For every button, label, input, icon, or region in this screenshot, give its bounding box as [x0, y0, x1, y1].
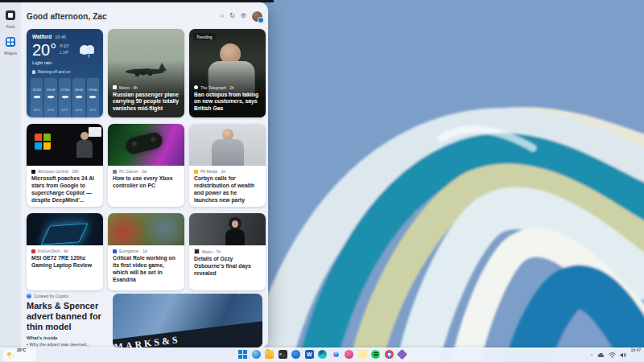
article-text: Eurogamer · 1d Critical Role working on … — [108, 245, 184, 288]
metro-logo-icon — [194, 249, 200, 254]
weather-high-low: H 21° L 14° — [60, 43, 69, 56]
taskbar-app-icons — [238, 350, 407, 359]
article-photo — [27, 124, 103, 166]
file-explorer-icon[interactable] — [265, 350, 274, 359]
onedrive-cloud-icon[interactable] — [597, 353, 605, 358]
widgets-board: Good afternoon, Zac ○ ↻ ⚙ Watford 16:45 … — [21, 2, 268, 348]
system-tray: ⌃ 16:47 24/07 — [589, 349, 641, 361]
news-card-plane[interactable]: Metro · 4h Russian passenger plane carry… — [108, 29, 184, 117]
nav-item-widgets[interactable]: Widgets — [0, 35, 21, 56]
curated-headline[interactable]: Marks & Spencer advert banned for thin m… — [27, 301, 110, 332]
article-source: Metro · 7h — [202, 249, 221, 254]
rain-icon — [89, 95, 96, 99]
article-text: Metro · 7h Details of Ozzy Osbourne's fi… — [189, 245, 266, 282]
article-text: The Telegraph · 2h Ban octopus from taki… — [189, 82, 266, 117]
nav-item-feed[interactable]: Feed — [0, 9, 21, 29]
visual-studio-icon[interactable] — [397, 349, 407, 360]
pa-media-logo-icon — [194, 170, 198, 174]
wifi-icon[interactable] — [609, 352, 616, 358]
article-source: PA Media · 1h — [200, 169, 225, 174]
taskbar-clock[interactable]: 16:47 24/07 — [630, 339, 641, 362]
sticky-notes-icon[interactable] — [358, 350, 367, 359]
clock-time: 16:47 — [630, 348, 641, 352]
search-icon[interactable] — [252, 350, 261, 359]
article-source: Metro · 4h — [119, 85, 138, 90]
volume-icon[interactable] — [620, 352, 626, 358]
outlook-icon[interactable] — [291, 350, 300, 359]
news-card-corbyn[interactable]: PA Media · 1h Corbyn calls for redistrib… — [189, 124, 266, 207]
weather-time: 16:45 — [55, 35, 66, 39]
news-card-xbox[interactable]: PC Gamer · 2w How to use every Xbox cont… — [108, 124, 184, 207]
curated-story-image[interactable]: MARKS&S — [113, 294, 262, 348]
weather-header: Watford 16:45 — [27, 29, 103, 39]
article-text: PC Gamer · 2w How to use every Xbox cont… — [108, 166, 184, 194]
article-text: Windows Central · 18h Microsoft poaches … — [27, 166, 103, 207]
hour-precip: 44% — [34, 108, 40, 112]
hour-chip: 15:00 44% 20° — [31, 78, 43, 117]
article-source: PC Gamer · 2w — [119, 169, 147, 174]
terminal-icon[interactable] — [279, 350, 287, 359]
tray-chevron-icon[interactable]: ⌃ — [589, 353, 593, 359]
settings-icon[interactable]: ⚙ — [241, 13, 246, 19]
photo-detail — [89, 127, 101, 137]
desktop: Feed Widgets Good afternoon, Zac ○ ↻ ⚙ — [0, 0, 644, 362]
word-icon[interactable] — [305, 350, 314, 359]
article-headline: How to use every Xbox controller on PC — [113, 175, 180, 190]
microsoft-logo-icon — [35, 134, 51, 150]
start-button-icon[interactable] — [238, 350, 247, 359]
widgets-nav-rail: Feed Widgets — [0, 2, 21, 348]
profile-avatar[interactable] — [252, 11, 262, 22]
news-card-ozzy[interactable]: Metro · 7h Details of Ozzy Osbourne's fi… — [189, 213, 266, 290]
weather-low: L 14° — [60, 51, 68, 55]
news-card-critical-role[interactable]: Eurogamer · 1d Critical Role working on … — [108, 213, 184, 290]
refresh-icon[interactable]: ↻ — [229, 13, 235, 19]
rain-icon — [62, 95, 68, 99]
hour-precip: 41% — [89, 108, 96, 112]
storefront-sign: MARKS&S — [113, 318, 262, 348]
article-photo — [189, 124, 266, 166]
taskbar-widgets-button[interactable]: 20°C Light rain — [3, 349, 36, 361]
weather-main: 20° H 21° L 14° — [27, 39, 103, 59]
article-meta: Metro · 7h — [194, 249, 261, 254]
taskbar-weather-temp: 20°C — [17, 348, 26, 352]
weather-temp: 20° — [32, 42, 56, 58]
article-headline: Details of Ozzy Osbourne's final days re… — [194, 256, 261, 278]
curated-bullet[interactable]: • Why the advert was deemed... — [27, 342, 110, 347]
article-text: Metro · 4h Russian passenger plane carry… — [108, 82, 184, 117]
weather-widget[interactable]: Watford 16:45 20° H 21° L 14° Light ra — [27, 29, 103, 117]
windows-central-logo-icon — [31, 170, 35, 174]
article-photo — [108, 124, 184, 166]
weather-alert-text: Raining off and on — [38, 69, 71, 74]
copilot-icon — [27, 294, 31, 298]
edge-icon[interactable] — [318, 350, 327, 359]
letterbox-strip — [0, 0, 274, 2]
hour-time: 19:00 — [89, 88, 97, 92]
nav-label: Widgets — [0, 51, 21, 56]
article-meta: Windows Central · 18h — [31, 169, 98, 174]
widgets-panel: Feed Widgets Good afternoon, Zac ○ ↻ ⚙ — [0, 2, 268, 348]
person-photo — [229, 217, 242, 230]
person-photo — [212, 139, 244, 166]
person-photo — [222, 129, 233, 140]
article-headline: Corbyn calls for redistribution of wealt… — [194, 175, 261, 204]
article-meta: The Telegraph · 2h — [194, 85, 261, 90]
news-card-msft[interactable]: Windows Central · 18h Microsoft poaches … — [27, 124, 103, 207]
copilot-app-icon[interactable] — [332, 350, 341, 359]
paint-icon[interactable] — [345, 350, 353, 359]
news-card-trending[interactable]: Trending The Telegraph · 2h Ban octopus … — [189, 29, 266, 117]
article-source: The Telegraph · 2h — [200, 85, 234, 90]
article-headline: Russian passenger plane carrying 50 peop… — [113, 92, 180, 113]
rain-icon — [47, 95, 54, 99]
copilot-curated-section: Curated by Copilot Marks & Spencer adver… — [27, 294, 262, 348]
article-headline: Critical Role working on its first video… — [113, 255, 180, 284]
header-actions: ○ ↻ ⚙ — [220, 11, 262, 22]
spotify-icon[interactable] — [371, 350, 380, 359]
article-meta: KitGuruTech · 4d — [31, 249, 98, 253]
chrome-icon[interactable] — [385, 350, 394, 359]
eurogamer-logo-icon — [113, 249, 117, 253]
hour-time: 15:00 — [32, 88, 40, 92]
article-photo — [27, 213, 103, 245]
news-card-msi[interactable]: KitGuruTech · 4d MSI GE72 7RE 120hz Gami… — [27, 213, 103, 290]
status-icon[interactable]: ○ — [220, 13, 224, 19]
wallpaper-ribbons — [258, 0, 644, 362]
